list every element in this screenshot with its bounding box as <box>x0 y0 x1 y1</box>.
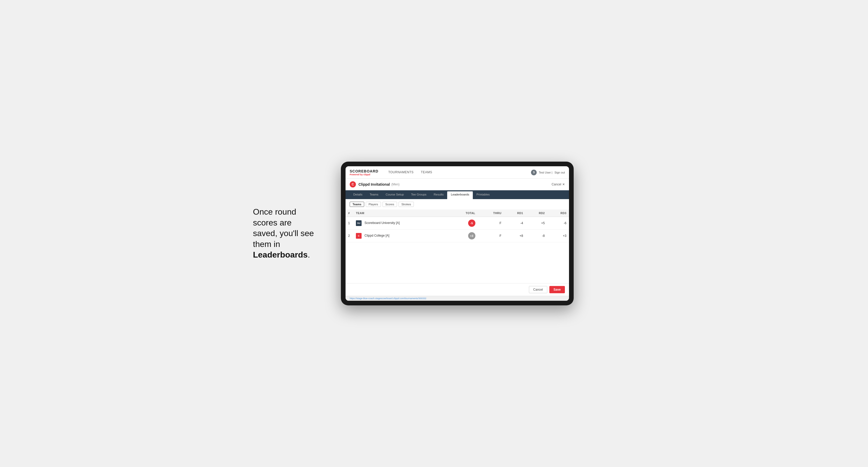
nav-right: S Test User | Sign out <box>531 169 565 175</box>
tablet-device: SCOREBOARD Powered by clippd TOURNAMENTS… <box>341 162 574 305</box>
desc-line5-end: . <box>308 250 310 259</box>
col-rank: # <box>345 210 353 217</box>
nav-links: TOURNAMENTS TEAMS <box>384 166 436 179</box>
logo-title: SCOREBOARD <box>350 169 378 173</box>
desc-line2: scores are <box>253 218 291 227</box>
nav-teams[interactable]: TEAMS <box>417 166 436 179</box>
user-name: Test User | <box>539 171 552 174</box>
rd3-2: +3 <box>547 229 569 242</box>
tournament-gender: (Men) <box>391 183 399 186</box>
team-name-1: SU Scoreboard University [A] <box>353 217 449 229</box>
rank-1: 1 <box>345 217 353 229</box>
tab-tee-groups[interactable]: Tee Groups <box>407 190 430 199</box>
nav-tournaments[interactable]: TOURNAMENTS <box>384 166 417 179</box>
tab-teams[interactable]: Teams <box>366 190 382 199</box>
desc-line3: saved, you'll see <box>253 228 314 238</box>
tournament-icon: C <box>350 181 356 187</box>
sign-out-link[interactable]: Sign out <box>555 171 565 174</box>
desc-line1: Once round <box>253 207 296 216</box>
filter-bar: Teams Players Scores Strokes <box>345 199 569 210</box>
desc-line5-bold: Leaderboards <box>253 250 308 259</box>
col-team: TEAM <box>353 210 449 217</box>
tab-results[interactable]: Results <box>430 190 447 199</box>
thru-1: F <box>478 217 504 229</box>
team-name-2: C Clippd College [A] <box>353 229 449 242</box>
url-bar: https://stage-blue-coach.stagescoerboard… <box>345 296 569 301</box>
total-1: -5 <box>449 217 478 229</box>
user-avatar: S <box>531 169 537 175</box>
empty-space <box>345 263 569 283</box>
col-thru: THRU <box>478 210 504 217</box>
team-logo-1: SU <box>356 220 362 226</box>
top-nav: SCOREBOARD Powered by clippd TOURNAMENTS… <box>345 166 569 179</box>
close-icon: ✕ <box>562 183 565 186</box>
team-logo-2: C <box>356 233 362 239</box>
rank-2: 2 <box>345 229 353 242</box>
rd1-2: +8 <box>504 229 526 242</box>
tab-course-setup[interactable]: Course Setup <box>382 190 407 199</box>
left-description: Once round scores are saved, you'll see … <box>253 207 326 260</box>
page-wrapper: Once round scores are saved, you'll see … <box>253 162 615 305</box>
tab-leaderboards[interactable]: Leaderboards <box>447 191 473 199</box>
table-row[interactable]: 1 SU Scoreboard University [A] -5 F -4 +… <box>345 217 569 229</box>
filter-scores[interactable]: Scores <box>382 202 397 207</box>
rd3-1: -6 <box>547 217 569 229</box>
thru-2: F <box>478 229 504 242</box>
desc-line4: them in <box>253 240 280 249</box>
tab-printables[interactable]: Printables <box>473 190 493 199</box>
cancel-header-button[interactable]: Cancel ✕ <box>552 183 565 186</box>
rd2-2: -8 <box>526 229 547 242</box>
tab-details[interactable]: Details <box>350 190 366 199</box>
tournament-header: C Clippd Invitational (Men) Cancel ✕ <box>345 179 569 190</box>
tournament-name: Clippd Invitational <box>359 182 390 186</box>
leaderboard-table: # TEAM TOTAL THRU RD1 RD2 RD3 1 <box>345 210 569 242</box>
col-rd3: RD3 <box>547 210 569 217</box>
col-rd2: RD2 <box>526 210 547 217</box>
table-container: # TEAM TOTAL THRU RD1 RD2 RD3 1 <box>345 210 569 263</box>
logo-sub: Powered by clippd <box>350 173 378 176</box>
filter-strokes[interactable]: Strokes <box>399 202 414 207</box>
table-row[interactable]: 2 C Clippd College [A] +3 F +8 -8 +3 <box>345 229 569 242</box>
filter-players[interactable]: Players <box>366 202 381 207</box>
col-total: TOTAL <box>449 210 478 217</box>
tablet-screen: SCOREBOARD Powered by clippd TOURNAMENTS… <box>345 166 569 301</box>
filter-teams[interactable]: Teams <box>350 202 364 207</box>
bottom-bar: Cancel Save <box>345 283 569 296</box>
rd2-1: +5 <box>526 217 547 229</box>
logo-area: SCOREBOARD Powered by clippd <box>350 169 378 176</box>
score-badge-1: -5 <box>468 220 475 227</box>
sub-nav: Details Teams Course Setup Tee Groups Re… <box>345 190 569 199</box>
cancel-button[interactable]: Cancel <box>529 286 547 293</box>
total-2: +3 <box>449 229 478 242</box>
table-header-row: # TEAM TOTAL THRU RD1 RD2 RD3 <box>345 210 569 217</box>
save-button[interactable]: Save <box>549 286 565 293</box>
score-badge-2: +3 <box>468 232 475 240</box>
rd1-1: -4 <box>504 217 526 229</box>
col-rd1: RD1 <box>504 210 526 217</box>
